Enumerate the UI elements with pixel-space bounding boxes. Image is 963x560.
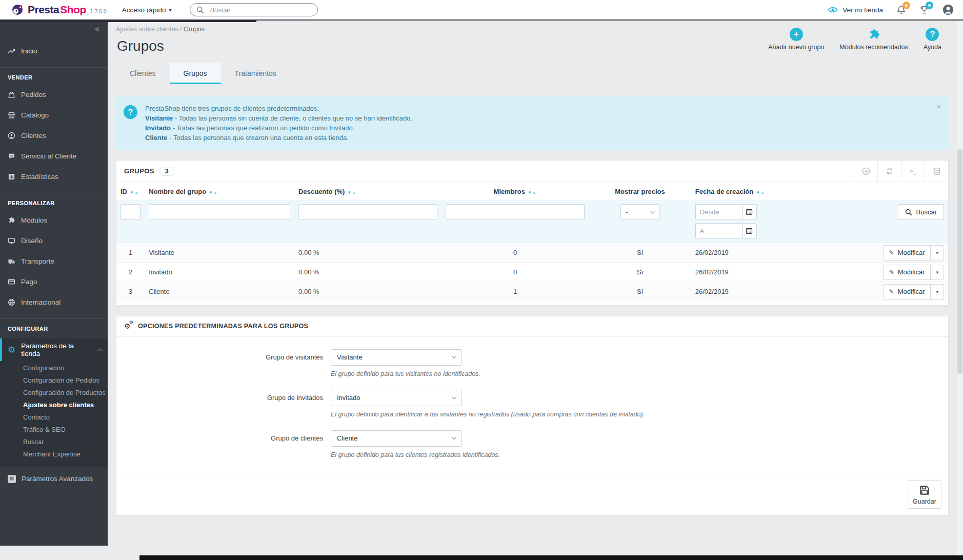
stats-icon bbox=[8, 173, 15, 181]
help-button[interactable]: ? Ayuda bbox=[924, 28, 941, 51]
sidebar-item-internacional[interactable]: Internacional bbox=[0, 292, 108, 312]
sort-asc-icon: ▲ bbox=[213, 190, 218, 195]
monitor-icon bbox=[8, 237, 15, 245]
form-row-clientes: Grupo de clientes Cliente El grupo defin… bbox=[116, 430, 948, 458]
table-row[interactable]: 3 Cliente 0.00 % 1 Sí 26/02/2019 ✎Modifi… bbox=[116, 282, 948, 302]
view-shop-link[interactable]: Ver mi tienda bbox=[828, 6, 883, 14]
chat-icon bbox=[8, 152, 15, 160]
filter-discount-input[interactable] bbox=[298, 204, 437, 219]
sidebar-item-pago[interactable]: Pago bbox=[0, 271, 108, 292]
scrollbar-thumb[interactable] bbox=[957, 149, 962, 374]
sidebar-item-catalogo[interactable]: Catálogo bbox=[0, 105, 108, 125]
submenu-configuracion-pedidos[interactable]: Configuración de Pedidos bbox=[23, 374, 108, 387]
notifications-badge: 6 bbox=[902, 2, 910, 9]
account-button[interactable] bbox=[942, 4, 954, 15]
search-input[interactable] bbox=[209, 6, 311, 14]
sidebar-item-parametros-tienda[interactable]: ⚙ Parámetros de la tienda bbox=[0, 338, 108, 361]
sort-asc-icon: ▲ bbox=[532, 190, 537, 195]
sidebar-collapse-button[interactable]: « bbox=[95, 24, 99, 33]
sidebar-item-label: Catálogo bbox=[21, 111, 49, 119]
tab-tratamientos[interactable]: Tratamientos bbox=[221, 63, 290, 84]
database-icon[interactable] bbox=[925, 161, 948, 182]
row-actions-dropdown[interactable]: ▾ bbox=[930, 246, 944, 260]
sidebar-item-transporte[interactable]: Transporte bbox=[0, 251, 108, 271]
sidebar-item-inicio[interactable]: Inicio bbox=[0, 41, 108, 61]
col-header-miembros[interactable]: Miembros▼▲ bbox=[442, 182, 589, 200]
add-icon[interactable] bbox=[854, 161, 877, 182]
sidebar-item-pedidos[interactable]: Pedidos bbox=[0, 84, 108, 105]
sidebar-item-label: Parámetros de la tienda bbox=[21, 342, 92, 357]
calendar-icon[interactable] bbox=[742, 204, 757, 219]
prestashop-mascot-icon bbox=[11, 4, 24, 16]
filter-name-input[interactable] bbox=[149, 204, 290, 219]
sidebar-item-estadisticas[interactable]: Estadísticas bbox=[0, 166, 108, 187]
submenu-configuracion-productos[interactable]: Configuración de Productos bbox=[23, 387, 108, 399]
global-search[interactable] bbox=[190, 3, 318, 16]
customer-group-select[interactable]: Cliente bbox=[331, 430, 462, 447]
table-header-row: ID▼▲ Nombre del grupo▼▲ Descuento (%)▼▲ … bbox=[116, 182, 948, 200]
breadcrumb-current: Grupos bbox=[184, 26, 205, 33]
cell-id: 2 bbox=[116, 263, 145, 282]
eye-icon bbox=[828, 6, 838, 13]
guest-group-select[interactable]: Invitado bbox=[331, 390, 462, 406]
globe-icon bbox=[8, 298, 15, 306]
row-actions-dropdown[interactable]: ▾ bbox=[930, 265, 944, 279]
announcements-button[interactable]: 5 bbox=[919, 5, 929, 15]
calendar-icon[interactable] bbox=[742, 223, 757, 238]
tab-clientes[interactable]: Clientes bbox=[116, 63, 170, 84]
col-header-descuento[interactable]: Descuento (%)▼▲ bbox=[294, 182, 442, 200]
date-from-input[interactable] bbox=[695, 204, 742, 219]
submenu-contacto[interactable]: Contacto bbox=[23, 411, 108, 424]
recommended-modules-button[interactable]: Módulos recomendados bbox=[839, 28, 908, 51]
col-header-mostrar-precios: Mostrar precios bbox=[589, 182, 691, 200]
sidebar-item-parametros-avanzados[interactable]: ⚙ Parámetros Avanzados bbox=[0, 467, 108, 490]
quick-access-dropdown[interactable]: Acceso rápido ▾ bbox=[122, 6, 172, 14]
submenu-buscar[interactable]: Buscar bbox=[23, 436, 108, 448]
date-to-input[interactable] bbox=[695, 223, 742, 238]
modify-button[interactable]: ✎Modificar ▾ bbox=[883, 284, 944, 299]
refresh-icon[interactable] bbox=[877, 161, 901, 182]
cell-id: 1 bbox=[116, 243, 145, 263]
gear-icon: ⚙ bbox=[8, 346, 15, 354]
sidebar-item-label: Servicio al Cliente bbox=[21, 152, 76, 160]
add-group-button[interactable]: + Añadir nuevo grupo bbox=[768, 28, 824, 51]
submenu-merchant-expertise[interactable]: Merchant Expertise bbox=[23, 448, 108, 461]
breadcrumb-separator: / bbox=[180, 26, 182, 33]
brand-logo[interactable]: PrestaShop 1.7.5.0 bbox=[11, 4, 107, 16]
cell-name: Visitante bbox=[145, 243, 294, 263]
filter-id-input[interactable] bbox=[121, 204, 141, 219]
chevron-down-icon bbox=[452, 435, 457, 440]
submenu-configuracion[interactable]: Configuración bbox=[23, 362, 108, 374]
submenu-ajustes-sobre-clientes[interactable]: Ajustes sobre clientes bbox=[23, 399, 108, 411]
sidebar-item-modulos[interactable]: Módulos bbox=[0, 210, 108, 230]
sidebar-item-servicio-al-cliente[interactable]: Servicio al Cliente bbox=[0, 146, 108, 166]
page-scrollbar[interactable] bbox=[957, 21, 963, 560]
filter-search-button[interactable]: Buscar bbox=[898, 204, 944, 220]
modify-button[interactable]: ✎Modificar ▾ bbox=[883, 245, 944, 261]
close-icon[interactable]: × bbox=[936, 102, 941, 111]
filter-show-prices-select[interactable]: - bbox=[620, 204, 659, 219]
field-help: El grupo definido para tus clientes regi… bbox=[331, 451, 500, 458]
cell-created: 26/02/2019 bbox=[691, 243, 796, 263]
groups-panel-header: GRUPOS 3 >_ bbox=[116, 161, 948, 182]
notifications-button[interactable]: 6 bbox=[896, 5, 906, 15]
bottom-edge-bar bbox=[139, 555, 963, 560]
filter-members-input[interactable] bbox=[446, 204, 585, 219]
tab-grupos[interactable]: Grupos bbox=[170, 63, 221, 84]
modify-button[interactable]: ✎Modificar ▾ bbox=[883, 265, 944, 280]
col-header-nombre[interactable]: Nombre del grupo▼▲ bbox=[145, 182, 294, 200]
submenu-trafico-seo[interactable]: Tráfico & SEO bbox=[23, 424, 108, 436]
sort-asc-icon: ▲ bbox=[134, 190, 139, 195]
col-header-fecha[interactable]: Fecha de creación▼▲ bbox=[691, 182, 796, 200]
sidebar-item-diseno[interactable]: Diseño bbox=[0, 230, 108, 251]
sort-desc-icon: ▼ bbox=[347, 190, 352, 195]
row-actions-dropdown[interactable]: ▾ bbox=[930, 285, 944, 299]
breadcrumb-parent[interactable]: Ajustes sobre clientes bbox=[116, 26, 178, 33]
terminal-icon[interactable]: >_ bbox=[901, 161, 925, 182]
col-header-id[interactable]: ID▼▲ bbox=[116, 182, 145, 200]
save-button[interactable]: Guardar bbox=[908, 480, 941, 509]
visitor-group-select[interactable]: Visitante bbox=[331, 349, 462, 366]
table-row[interactable]: 2 Invitado 0.00 % 0 Sí 26/02/2019 ✎Modif… bbox=[116, 263, 948, 282]
sidebar-item-clientes[interactable]: Clientes bbox=[0, 125, 108, 146]
table-row[interactable]: 1 Visitante 0.00 % 0 Sí 26/02/2019 ✎Modi… bbox=[116, 243, 948, 263]
